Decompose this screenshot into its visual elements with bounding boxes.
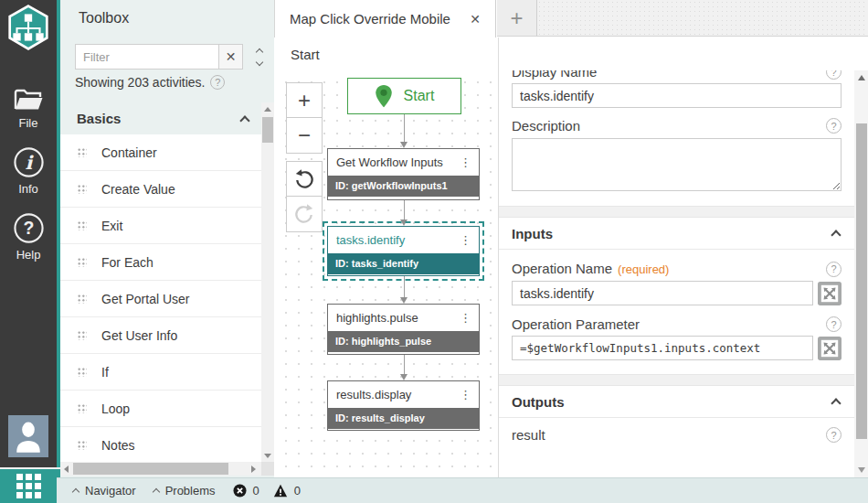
chevron-up-icon — [831, 398, 841, 408]
tab-label: Map Click Override Mobile — [290, 11, 466, 27]
arrowhead-icon — [400, 142, 408, 148]
toolbox-item-create-value[interactable]: Create Value — [60, 171, 261, 208]
navigator-toggle[interactable]: Navigator — [73, 484, 136, 498]
scroll-down-icon[interactable] — [858, 467, 865, 473]
drag-grip-icon — [77, 403, 87, 413]
operation-name-input[interactable] — [512, 281, 813, 305]
node-id-badge: ID: tasks_identify — [328, 253, 479, 274]
chevron-down-icon — [256, 58, 263, 65]
minus-icon: − — [298, 123, 311, 148]
node-menu-icon[interactable]: ⋮ — [456, 388, 475, 401]
expression-toggle-icon[interactable] — [818, 337, 842, 360]
node-menu-icon[interactable]: ⋮ — [456, 311, 475, 325]
start-node[interactable]: Start — [347, 78, 461, 114]
zoom-in-button[interactable]: + — [287, 83, 322, 118]
history-controls — [286, 161, 323, 232]
scroll-up-icon[interactable] — [858, 75, 865, 80]
warning-counter[interactable]: 0 — [273, 484, 301, 498]
toolbox-item-for-each[interactable]: For Each — [60, 244, 261, 281]
toolbox-collapse-expand-button[interactable] — [249, 44, 270, 70]
node-id-badge: ID: highlights_pulse — [328, 331, 479, 352]
toolbox-section-basics[interactable]: Basics — [60, 102, 261, 134]
toolbox-item-if[interactable]: If — [60, 354, 261, 391]
inputs-section-header[interactable]: Inputs — [499, 218, 854, 250]
scroll-up-icon[interactable] — [264, 107, 271, 112]
required-flag: (required) — [618, 262, 669, 276]
expression-toggle-icon[interactable] — [818, 282, 842, 305]
problems-toggle[interactable]: Problems — [153, 484, 216, 498]
scrollbar-thumb[interactable] — [856, 123, 867, 439]
toolbox-item-get-user-info[interactable]: Get User Info — [60, 317, 261, 354]
zoom-out-button[interactable]: − — [287, 118, 322, 153]
warning-count: 0 — [294, 484, 301, 498]
user-avatar[interactable] — [8, 415, 48, 457]
help-icon: ? — [13, 212, 45, 244]
close-icon[interactable]: ✕ — [466, 10, 484, 28]
chevron-up-icon — [831, 230, 841, 240]
node-menu-icon[interactable]: ⋮ — [456, 155, 475, 169]
scroll-right-icon[interactable] — [251, 466, 256, 473]
help-icon[interactable]: ? — [826, 118, 842, 134]
error-counter[interactable]: 0 — [233, 484, 259, 498]
description-label: Description — [512, 118, 580, 134]
waffle-icon — [16, 474, 41, 498]
arrowhead-icon — [400, 297, 408, 304]
scroll-left-icon[interactable] — [64, 466, 69, 473]
app-logo-icon[interactable] — [5, 5, 51, 50]
toolbox-horizontal-scrollbar[interactable] — [60, 462, 261, 476]
svg-text:i: i — [25, 152, 34, 174]
toolbox-title: Toolbox — [79, 10, 129, 27]
node-tasks-identify-selected[interactable]: tasks.identify ⋮ ID: tasks_identify — [327, 226, 480, 276]
node-menu-icon[interactable]: ⋮ — [456, 233, 475, 247]
node-highlights-pulse[interactable]: highlights.pulse ⋮ ID: highlights_pulse — [327, 304, 480, 355]
filter-clear-button[interactable]: ✕ — [218, 45, 242, 69]
display-name-input[interactable] — [512, 83, 842, 108]
description-textarea[interactable] — [512, 138, 842, 191]
flow-connector — [400, 114, 408, 148]
help-icon[interactable]: ? — [826, 427, 842, 443]
sidebar-item-help[interactable]: ? Help — [0, 212, 57, 262]
chevron-up-icon — [72, 488, 79, 496]
chevron-up-icon — [256, 48, 263, 55]
filter-input[interactable] — [76, 45, 219, 69]
toolbox-vertical-scrollbar[interactable] — [261, 102, 274, 462]
drag-grip-icon — [77, 330, 87, 340]
outputs-section-header[interactable]: Outputs — [499, 386, 854, 418]
arrowhead-icon — [400, 374, 408, 380]
app-launcher-button[interactable] — [0, 469, 57, 503]
help-icon[interactable]: ? — [210, 75, 225, 90]
tab-map-click-override-mobile[interactable]: Map Click Override Mobile ✕ — [274, 0, 496, 37]
drag-grip-icon — [77, 184, 87, 194]
toolbox-item-container[interactable]: Container — [60, 134, 261, 171]
toolbox-item-get-portal-user[interactable]: Get Portal User — [60, 281, 261, 317]
help-icon[interactable]: ? — [826, 316, 842, 332]
node-id-badge: ID: results_display — [328, 408, 479, 429]
help-icon[interactable]: ? — [826, 70, 842, 80]
node-get-workflow-inputs[interactable]: Get Workflow Inputs ⋮ ID: getWorkflowInp… — [327, 148, 480, 200]
section-divider — [499, 206, 854, 218]
scrollbar-thumb[interactable] — [73, 463, 228, 475]
undo-button[interactable] — [287, 162, 322, 197]
help-icon[interactable]: ? — [826, 262, 842, 277]
toolbox-item-notes[interactable]: Notes — [60, 427, 261, 462]
tab-strip-background — [537, 0, 868, 37]
toolbox-panel: Toolbox ✕ Showing 203 activities. ? Basi… — [60, 0, 274, 503]
scroll-down-icon[interactable] — [264, 454, 271, 458]
toolbox-item-exit[interactable]: Exit — [60, 208, 261, 244]
properties-panel: Display Name ? Description ? Inputs Oper… — [498, 37, 868, 477]
node-results-display[interactable]: results.display ⋮ ID: results_display — [327, 380, 480, 431]
arrowhead-icon — [400, 219, 408, 226]
toolbox-item-loop[interactable]: Loop — [60, 391, 261, 427]
redo-button[interactable] — [287, 197, 322, 231]
operation-parameter-input[interactable] — [512, 336, 813, 360]
sidebar-item-info[interactable]: i Info — [0, 146, 57, 196]
sidebar-item-file[interactable]: File — [0, 87, 57, 130]
app-sidebar: File i Info ? Help — [0, 0, 57, 503]
output-result-label: result — [512, 427, 545, 443]
workflow-canvas[interactable]: + − Start Get Workflow Inputs ⋮ — [274, 70, 498, 477]
breadcrumb-start[interactable]: Start — [291, 47, 320, 62]
new-tab-button[interactable]: + — [497, 0, 537, 37]
properties-vertical-scrollbar[interactable] — [854, 70, 868, 477]
sidebar-item-label: File — [19, 116, 38, 130]
scrollbar-thumb[interactable] — [262, 117, 273, 143]
